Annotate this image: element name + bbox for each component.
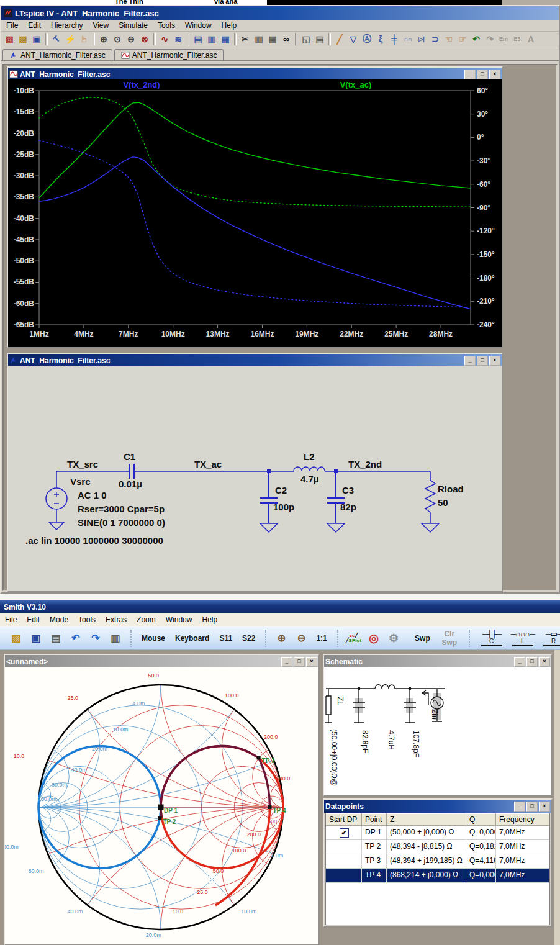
menu-edit[interactable]: Edit	[22, 614, 45, 625]
column-header-frequency[interactable]: Frequency	[496, 813, 549, 825]
menu-tools[interactable]: Tools	[73, 614, 101, 625]
place-diode-icon[interactable]: ▷|	[415, 32, 428, 46]
redo-icon[interactable]: ↷	[88, 632, 103, 644]
maximize-button[interactable]: □	[477, 356, 488, 366]
close-button[interactable]: ×	[489, 70, 500, 79]
table-row[interactable]: ✔DP 1(50,000 + j0,000) ΩQ=0,0007,0MHz	[326, 826, 549, 840]
zoom-in-icon[interactable]: ⊕	[97, 32, 111, 46]
close-button[interactable]: ×	[539, 802, 550, 812]
minimize-button[interactable]: _	[464, 356, 476, 366]
column-header-q[interactable]: Q	[466, 813, 496, 825]
halt-simulation-icon[interactable]: ☞	[77, 32, 91, 46]
undo-icon[interactable]: ↶	[469, 32, 483, 46]
place-capacitor-icon[interactable]: ╪	[387, 32, 401, 46]
zoom-1to1-button[interactable]: 1:1	[314, 633, 329, 644]
clear-sweep-button[interactable]: Clr Swp	[438, 628, 461, 648]
sc-splot-icon[interactable]: sc╱╱SPlot	[346, 633, 361, 643]
mouse-mode-button[interactable]: Mouse	[139, 633, 168, 644]
menu-window[interactable]: Window	[180, 20, 217, 31]
table-row[interactable]: TP 4(868,214 + j0,000) ΩQ=0,0007,0MHz	[326, 869, 549, 883]
maximize-button[interactable]: □	[526, 657, 538, 667]
print-icon[interactable]: ▤	[48, 632, 63, 644]
place-resistor-icon[interactable]: ξ	[374, 32, 387, 46]
minimize-button[interactable]: _	[514, 802, 525, 812]
place-inductor-icon[interactable]: ∩∩	[401, 32, 415, 46]
zoom-out-icon[interactable]: ⊖	[294, 632, 309, 644]
draw-wire-icon[interactable]: ╱	[333, 32, 346, 46]
save-icon[interactable]: ▣	[30, 32, 43, 46]
ltspice-schematic-titlebar[interactable]: ANT_Harmonic_Filter.asc _ □ ×	[8, 354, 502, 367]
maximize-button[interactable]: □	[294, 657, 305, 667]
add-resistor-button[interactable]: ─▭─ R	[540, 630, 560, 646]
print-preview-icon[interactable]: ◱	[299, 32, 313, 46]
tile-horizontally-icon[interactable]: ▤	[191, 32, 205, 46]
undo-icon[interactable]: ↶	[68, 632, 83, 644]
edit-text-icon[interactable]: E3	[510, 32, 524, 46]
column-header-start-dp[interactable]: Start DP	[326, 813, 362, 825]
close-button[interactable]: ×	[539, 657, 550, 667]
edit-attributes-icon[interactable]: Em	[497, 32, 510, 46]
open-icon[interactable]: ▨	[9, 632, 24, 644]
sweep-button[interactable]: Swp	[406, 633, 433, 644]
maximize-button[interactable]: □	[477, 70, 488, 79]
menu-view[interactable]: View	[88, 20, 114, 31]
menu-tools[interactable]: Tools	[153, 20, 180, 31]
ltspice-schematic-canvas[interactable]: TX_src TX_ac TX_2nd C1 0.01µ C2 100p L2 …	[8, 366, 502, 591]
plot-settings-icon[interactable]: ≋	[171, 32, 185, 46]
open-file-icon[interactable]: ▨	[16, 32, 30, 46]
new-schematic-icon[interactable]: ▧	[2, 32, 16, 46]
close-button[interactable]: ×	[306, 657, 317, 667]
s11-button[interactable]: S11	[217, 633, 235, 644]
bode-plot-area[interactable]: -10dB-15dB-20dB-25dB-30dB-35dB-40dB-45dB…	[8, 79, 502, 347]
smith-titlebar[interactable]: Smith V3.10	[0, 600, 560, 613]
menu-hierarchy[interactable]: Hierarchy	[46, 20, 88, 31]
start-dp-checkbox[interactable]: ✔	[340, 828, 349, 838]
zoom-out-icon[interactable]: ⊖	[124, 32, 138, 46]
start-dp-cell[interactable]	[326, 854, 362, 868]
add-inductor-button[interactable]: ─∩∩∩─ L	[508, 630, 537, 646]
menu-window[interactable]: Window	[161, 614, 197, 625]
minimize-button[interactable]: _	[281, 657, 292, 667]
menu-mode[interactable]: Mode	[45, 614, 73, 625]
minimize-button[interactable]: _	[464, 70, 476, 79]
smith-chart-canvas[interactable]: 50.025.0100.010.0200.0500.0500.0200.0100…	[5, 667, 318, 944]
tile-vertically-icon[interactable]: ▥	[205, 32, 219, 46]
menu-extras[interactable]: Extras	[101, 614, 132, 625]
add-capacitor-button[interactable]: ─┤├─ C	[477, 630, 506, 646]
menu-file[interactable]: File	[0, 614, 22, 625]
column-header-point[interactable]: Point	[362, 813, 387, 825]
cascade-windows-icon[interactable]: ▦	[219, 32, 232, 46]
table-row[interactable]: TP 2(48,394 - j8,815) ΩQ=0,1827,0MHz	[326, 840, 549, 854]
close-button[interactable]: ×	[489, 356, 500, 366]
zoom-full-extents-icon[interactable]: ⊙	[111, 32, 124, 46]
keyboard-mode-button[interactable]: Keyboard	[173, 633, 212, 644]
place-ground-icon[interactable]: ▽	[346, 32, 360, 46]
ltspice-titlebar[interactable]: LTspice IV - ANT_Harmonic_Filter.asc	[1, 6, 559, 20]
copy-icon[interactable]: ▥	[108, 632, 123, 644]
minimize-button[interactable]: _	[514, 657, 525, 667]
print-icon[interactable]: ▤	[313, 32, 327, 46]
save-icon[interactable]: ▣	[29, 632, 43, 644]
menu-file[interactable]: File	[1, 20, 23, 31]
menu-help[interactable]: Help	[217, 20, 242, 31]
copy-icon[interactable]: ▥	[252, 32, 266, 46]
find-icon[interactable]: ∞	[279, 32, 293, 46]
menu-edit[interactable]: Edit	[23, 20, 46, 31]
mini-schematic-titlebar[interactable]: Schematic _ □ ×	[324, 655, 551, 668]
place-net-label-icon[interactable]: Ⓐ	[360, 32, 374, 46]
column-header-z[interactable]: Z	[387, 813, 466, 825]
waveform-window-titlebar[interactable]: ANT_Harmonic_Filter.asc _ □ ×	[8, 68, 502, 81]
drag-icon[interactable]: ☞	[456, 32, 469, 46]
datapoints-titlebar[interactable]: Datapoints _ □ ×	[324, 800, 551, 813]
move-icon[interactable]: ☜	[442, 32, 456, 46]
autorange-y-axis-icon[interactable]: ∿	[158, 32, 171, 46]
text-tool-icon[interactable]: A	[524, 32, 538, 46]
cut-icon[interactable]: ✂	[238, 32, 252, 46]
smith-chart-titlebar[interactable]: <unnamed> _ □ ×	[5, 655, 318, 668]
start-dp-cell[interactable]	[326, 840, 362, 854]
redo-icon[interactable]: ↷	[483, 32, 497, 46]
zoom-in-icon[interactable]: ⊕	[274, 632, 289, 644]
target-circles-icon[interactable]: ◎	[366, 631, 381, 645]
menu-zoom[interactable]: Zoom	[132, 614, 161, 625]
table-row[interactable]: TP 3(48,394 + j199,185) ΩQ=4,1167,0MHz	[326, 854, 549, 869]
